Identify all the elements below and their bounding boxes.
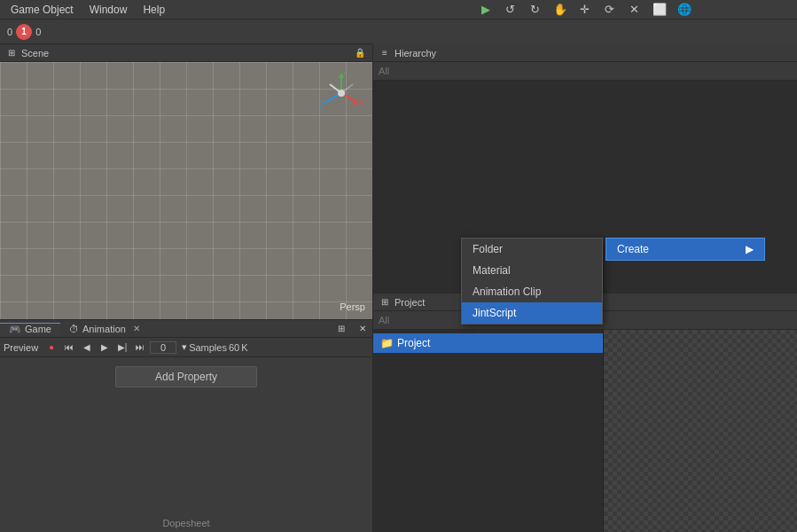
create-button[interactable]: Create ▶ xyxy=(606,239,764,260)
svg-text:Y: Y xyxy=(342,71,348,76)
scene-panel-title: Scene xyxy=(21,48,49,59)
menu-gameobject[interactable]: Game Object xyxy=(4,2,81,18)
tab-game[interactable]: 🎮 Game xyxy=(0,323,60,335)
create-label: Create xyxy=(617,243,649,255)
scale-button[interactable]: ✕ xyxy=(625,0,645,20)
bottom-left-panel: 🎮 Game ⏱ Animation ✕ ⊞ ✕ Preview xyxy=(0,319,372,532)
status-left-num: 0 xyxy=(7,27,12,37)
menubar: Game Object Window Help ▶ ↺ ↻ ✋ ✛ ⟳ ✕ ⬜ … xyxy=(0,0,797,20)
scene-grid xyxy=(0,62,372,319)
redo-button[interactable]: ↻ xyxy=(526,0,545,20)
next-button[interactable]: ▶| xyxy=(114,340,130,356)
hierarchy-search[interactable] xyxy=(373,62,797,81)
play-button[interactable]: ▶ xyxy=(476,0,496,20)
project-content: 📁 Project xyxy=(373,330,797,532)
svg-line-9 xyxy=(330,84,341,93)
hierarchy-icon: ≡ xyxy=(379,47,391,59)
pivot-button[interactable]: ✛ xyxy=(575,0,595,20)
next-frame-button[interactable]: ⏭ xyxy=(132,340,148,356)
create-submenu: Create ▶ xyxy=(606,238,765,261)
game-tab-label: Game xyxy=(25,324,51,334)
project-checkerboard xyxy=(604,330,797,532)
menu-window[interactable]: Window xyxy=(82,2,135,18)
axis-gizmo[interactable]: Y X Z xyxy=(319,71,363,115)
context-item-jintscript[interactable]: JintScript xyxy=(462,302,602,324)
expand-icon[interactable]: ⊞ xyxy=(332,319,351,339)
menu-help[interactable]: Help xyxy=(136,2,172,18)
undo-button[interactable]: ↺ xyxy=(501,0,520,20)
context-item-material[interactable]: Material xyxy=(462,260,602,281)
status-bar: 0 1 0 xyxy=(0,20,372,44)
context-item-animclip[interactable]: Animation Clip xyxy=(462,281,602,302)
scene-persp-label: Persp xyxy=(340,301,365,312)
project-panel: ⊞ Project 📁 Project xyxy=(373,293,797,532)
folder-icon: 📁 xyxy=(380,337,394,349)
hierarchy-panel-title: Hierarchy xyxy=(395,48,436,59)
animation-tab-icon: ⏱ xyxy=(69,324,79,334)
project-icon: ⊞ xyxy=(379,296,391,309)
svg-line-10 xyxy=(341,84,353,93)
k-label: K xyxy=(241,342,247,353)
bottom-tabs: 🎮 Game ⏱ Animation ✕ ⊞ ✕ xyxy=(0,320,372,338)
animation-tab-label: Animation xyxy=(82,324,126,334)
samples-label: Samples xyxy=(189,342,227,353)
record-button[interactable]: ● xyxy=(43,340,59,356)
context-menu: Folder Material Animation Clip JintScrip… xyxy=(461,238,603,325)
rotate-button[interactable]: ⟳ xyxy=(600,0,620,20)
scene-panel-header: ⊞ Scene 🔒 xyxy=(0,44,372,62)
project-tree: 📁 Project xyxy=(373,330,604,532)
project-panel-title: Project xyxy=(395,297,425,308)
svg-text:Z: Z xyxy=(321,100,325,108)
samples-dropdown[interactable]: ▾ Samples 60 K xyxy=(178,341,251,353)
close-panel-icon[interactable]: ✕ xyxy=(353,319,372,339)
warning-badge: 1 xyxy=(16,24,32,40)
left-panel: ⊞ Scene 🔒 Persp Y X Z xyxy=(0,44,372,532)
hierarchy-panel-header: ≡ Hierarchy xyxy=(373,44,797,62)
pan-tool-button[interactable]: ✋ xyxy=(551,0,570,20)
animation-tab-close[interactable]: ✕ xyxy=(133,324,140,333)
main-layout: ⊞ Scene 🔒 Persp Y X Z xyxy=(0,44,797,532)
dopesheet-label: Dopesheet xyxy=(162,518,209,528)
project-folder-label: Project xyxy=(397,337,430,349)
tab-animation[interactable]: ⏱ Animation ✕ xyxy=(60,324,149,334)
prev-button[interactable]: ◀ xyxy=(79,340,95,356)
scene-icon: ⊞ xyxy=(5,47,18,59)
game-tab-icon: 🎮 xyxy=(9,324,21,335)
project-main-area xyxy=(604,330,797,532)
scene-view[interactable]: Persp Y X Z xyxy=(0,62,372,319)
add-property-button[interactable]: Add Property xyxy=(115,366,257,387)
rect-button[interactable]: ⬜ xyxy=(650,0,669,20)
samples-value: 60 xyxy=(229,342,239,353)
frame-input[interactable] xyxy=(150,341,176,354)
preview-label: Preview xyxy=(4,342,38,353)
status-right-num: 0 xyxy=(35,27,41,37)
global-button[interactable]: 🌐 xyxy=(675,0,694,20)
animation-controls: Preview ● ⏮ ◀ ▶ ▶| ⏭ ▾ Samples 60 K xyxy=(0,338,372,357)
panel-tabs-row: 🎮 Game ⏱ Animation ✕ xyxy=(0,323,149,335)
play-anim-button[interactable]: ▶ xyxy=(97,340,113,356)
hierarchy-search-input[interactable] xyxy=(379,66,792,76)
context-item-folder[interactable]: Folder xyxy=(462,239,602,260)
create-arrow-icon: ▶ xyxy=(746,243,754,255)
top-toolbar: ▶ ↺ ↻ ✋ ✛ ⟳ ✕ ⬜ 🌐 xyxy=(372,0,797,20)
project-folder-item[interactable]: 📁 Project xyxy=(373,333,603,353)
scene-lock-icon[interactable]: 🔒 xyxy=(353,46,367,60)
svg-text:X: X xyxy=(358,98,363,106)
prev-frame-button[interactable]: ⏮ xyxy=(61,340,77,356)
